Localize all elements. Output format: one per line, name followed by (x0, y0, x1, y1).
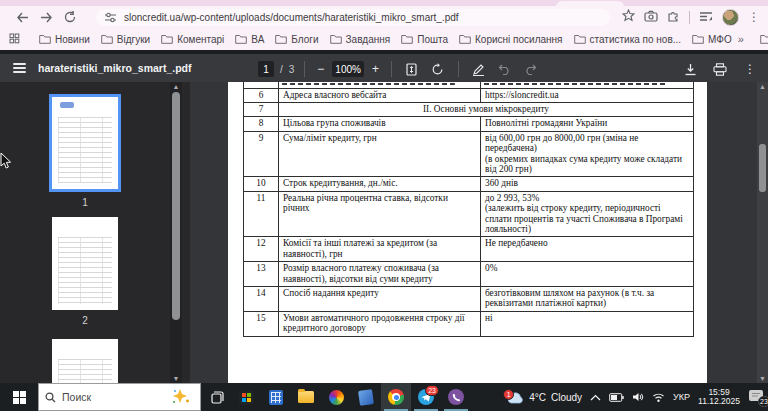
taskbar-app-task-view[interactable] (201, 383, 231, 411)
bookmark-item[interactable]: Завдання (330, 34, 391, 45)
bookmark-item[interactable]: статистика по нов... (574, 34, 682, 45)
row-number: 10 (244, 177, 279, 191)
tray-expand-icon[interactable] (590, 394, 601, 401)
bookmark-item[interactable]: Пошта (401, 34, 448, 45)
folder-icon (574, 34, 586, 44)
weather-widget[interactable]: 1 4°C Cloudy (506, 391, 582, 404)
volume-icon[interactable] (632, 392, 644, 402)
thumbnail-image[interactable] (52, 339, 118, 383)
page-thumbnail-1[interactable]: 1 (0, 94, 170, 208)
scroll-up-arrow[interactable]: ▲ (172, 83, 180, 90)
taskbar-app-store[interactable] (231, 383, 261, 411)
camera-icon (644, 10, 658, 22)
folder-icon (161, 34, 173, 44)
url-bar[interactable]: sloncredit.ua/wp-content/uploads/documen… (96, 9, 610, 26)
viewer-scrollbar[interactable]: ▲ ▼ (757, 82, 768, 383)
profile-avatar[interactable] (722, 9, 739, 26)
bookmark-item[interactable]: Відгуки (101, 34, 150, 45)
viewer-scroll-thumb[interactable] (759, 144, 766, 192)
thumbnail-image[interactable] (52, 217, 118, 310)
bookmark-item[interactable]: Новини (39, 34, 90, 45)
taskbar-app-telegram[interactable]: 23 (411, 383, 441, 411)
rotate-button[interactable] (428, 59, 448, 79)
bookmark-label: Корисні посилання (475, 34, 562, 45)
bookmark-label: Пошта (417, 34, 448, 45)
bookmark-item[interactable]: МФО (692, 34, 732, 45)
taskbar-app-calculator[interactable] (261, 383, 291, 411)
thumbnail-content (58, 117, 112, 183)
forward-button[interactable] (34, 7, 58, 27)
action-center-button[interactable]: 23 (748, 389, 766, 405)
all-bookmarks-button[interactable]: Все закладки (760, 34, 768, 45)
blue-app-icon (358, 389, 374, 406)
apps-grid-button[interactable] (9, 33, 20, 46)
mouse-cursor (0, 152, 12, 170)
extensions-button[interactable] (667, 8, 680, 26)
reload-button[interactable] (58, 7, 82, 27)
chrome-icon (388, 389, 404, 405)
undo-button[interactable] (495, 59, 515, 79)
bookmark-item[interactable]: Корисні посилання (459, 34, 562, 45)
row-number: 12 (244, 237, 279, 262)
clock[interactable]: 15:59 11.12.2025 (698, 388, 740, 407)
language-indicator[interactable]: УКР (673, 392, 690, 402)
copilot-sparkle-icon (170, 388, 192, 408)
pdf-menu-button[interactable] (13, 63, 26, 73)
download-button[interactable] (680, 59, 700, 79)
table-row: 11Реальна річна процентна ставка, відсот… (244, 191, 694, 237)
thumbnail-panel: 123 ▲ ▼ (0, 82, 190, 383)
folder-icon (101, 34, 113, 44)
taskbar-app-photos[interactable] (321, 383, 351, 411)
bookmarks-overflow-button[interactable]: » (738, 33, 744, 45)
bookmark-label: Відгуки (117, 34, 150, 45)
bookmark-item[interactable]: ВА (235, 34, 264, 45)
page-thumbnail-3[interactable]: 3 (0, 339, 170, 383)
taskbar-app-file-explorer[interactable] (291, 383, 321, 411)
time: 15:59 (708, 387, 729, 397)
side-panel-button[interactable] (699, 8, 713, 26)
site-info-icon (104, 12, 117, 23)
sidebar-scrollbar[interactable]: ▲ ▼ (170, 82, 182, 383)
table-row: 13Розмір власного платежу споживача (за … (244, 262, 694, 287)
folder-icon (459, 34, 471, 44)
browser-menu-button[interactable]: ⋮ (748, 10, 760, 24)
bookmark-item[interactable]: Коментарі (161, 34, 224, 45)
sidebar-scroll-thumb[interactable] (172, 92, 180, 320)
thumbnail-image[interactable] (49, 94, 121, 192)
bookmark-item[interactable]: Блоги (275, 34, 318, 45)
bookmark-label: Коментарі (177, 34, 224, 45)
taskbar-app-chrome[interactable] (381, 383, 411, 411)
row-label: Цільова група споживачів (279, 117, 481, 131)
browser-toolbar: sloncredit.ua/wp-content/uploads/documen… (0, 6, 768, 28)
weather-condition: Cloudy (551, 392, 582, 403)
row-label: Розмір власного платежу споживача (за на… (279, 262, 481, 287)
current-page-input[interactable]: 1 (258, 61, 274, 77)
row-label: Спосіб надання кредиту (279, 287, 481, 312)
zoom-level[interactable]: 100% (332, 61, 364, 77)
taskbar-search[interactable]: Поиск (38, 383, 201, 411)
page-thumbnail-2[interactable]: 2 (0, 217, 170, 326)
redo-button[interactable] (521, 59, 541, 79)
back-button[interactable] (10, 7, 34, 27)
document-table: 6Адреса власного вебсайтаhttps://sloncre… (243, 82, 694, 337)
scroll-down-arrow[interactable]: ▼ (172, 375, 180, 382)
network-icon[interactable] (652, 392, 665, 402)
pdf-more-button[interactable]: ⋮ (740, 59, 760, 79)
pen-icon (472, 63, 485, 76)
viewer-scroll-down[interactable]: ▼ (759, 375, 767, 382)
battery-icon[interactable] (609, 393, 624, 402)
print-button[interactable] (710, 59, 730, 79)
taskbar-app-viber[interactable] (441, 383, 471, 411)
fit-page-button[interactable] (402, 59, 422, 79)
bookmark-star-button[interactable] (622, 8, 635, 26)
file-explorer-icon (298, 391, 314, 403)
screenshot-button[interactable] (644, 8, 658, 26)
bookmark-label: Блоги (291, 34, 318, 45)
table-row: 8Цільова група споживачівПовнолітні гром… (244, 117, 694, 131)
viewer-scroll-up[interactable]: ▲ (759, 83, 767, 90)
start-button[interactable] (0, 383, 38, 411)
zoom-out-button[interactable]: − (315, 62, 326, 76)
annotate-button[interactable] (469, 59, 489, 79)
taskbar-app-blue-app[interactable] (351, 383, 381, 411)
zoom-in-button[interactable]: + (370, 62, 381, 76)
